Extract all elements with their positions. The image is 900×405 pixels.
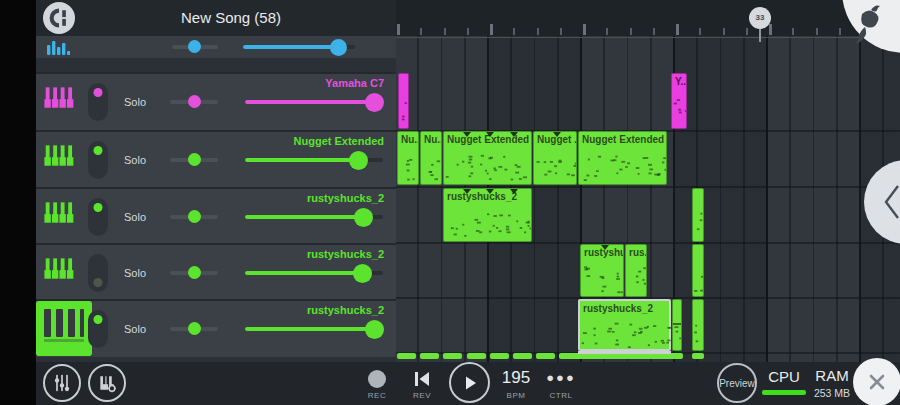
ruler-tick xyxy=(490,24,493,35)
ruler-tick xyxy=(397,24,400,35)
mute-toggle[interactable] xyxy=(88,310,108,348)
fl-studio-logo-button[interactable] xyxy=(838,0,900,54)
mute-toggle[interactable] xyxy=(88,254,108,292)
solo-button[interactable]: Solo xyxy=(124,154,146,166)
playhead-marker[interactable]: 33 xyxy=(749,7,771,29)
ruler-tick xyxy=(537,28,539,35)
solo-button[interactable]: Solo xyxy=(124,96,146,108)
solo-button[interactable]: Solo xyxy=(124,323,146,335)
master-track-row[interactable] xyxy=(36,36,396,58)
mixer-button[interactable] xyxy=(43,364,81,402)
pan-knob[interactable] xyxy=(188,266,201,279)
clip-notes-preview xyxy=(693,245,704,297)
close-icon xyxy=(867,372,887,392)
pattern-clip-partial[interactable] xyxy=(692,353,704,359)
volume-knob[interactable] xyxy=(365,320,384,339)
pattern-clip-partial[interactable] xyxy=(536,353,555,359)
volume-fill xyxy=(245,215,364,219)
app-menu-button[interactable] xyxy=(43,2,75,34)
volume-slider[interactable] xyxy=(245,207,383,227)
pattern-clip[interactable]: Nugget ... xyxy=(533,131,577,185)
pattern-clip-selected[interactable]: rustyshucks_2 xyxy=(578,299,671,351)
pan-knob[interactable] xyxy=(188,322,201,335)
record-button[interactable] xyxy=(368,370,386,388)
clip-notes-preview xyxy=(398,132,419,185)
pattern-clip-partial[interactable] xyxy=(397,353,416,359)
master-volume-knob[interactable] xyxy=(330,39,347,56)
pattern-clip[interactable]: Y... xyxy=(671,73,687,129)
volume-slider[interactable] xyxy=(245,319,383,339)
instrument-icon-selected[interactable] xyxy=(36,301,92,356)
track-row[interactable]: Solorustyshucks_2 xyxy=(36,243,396,301)
pan-slider[interactable] xyxy=(170,322,218,336)
volume-fill xyxy=(245,158,358,162)
pan-knob[interactable] xyxy=(188,210,201,223)
instrument-icon[interactable] xyxy=(44,255,80,291)
track-row[interactable]: SoloYamaha C7 xyxy=(36,72,396,130)
pattern-clip-partial[interactable] xyxy=(513,353,532,359)
volume-slider[interactable] xyxy=(245,263,383,283)
pan-slider[interactable] xyxy=(170,153,218,167)
pattern-clip[interactable]: rustyshucks_2 xyxy=(443,188,532,242)
pattern-clip[interactable] xyxy=(398,73,409,129)
pattern-clip-partial[interactable] xyxy=(443,353,462,359)
ruler-tick xyxy=(769,24,772,35)
volume-slider[interactable] xyxy=(245,92,383,112)
pan-knob[interactable] xyxy=(188,153,201,166)
instrument-icon[interactable] xyxy=(44,84,80,120)
preview-button[interactable]: Preview xyxy=(717,363,757,403)
volume-knob[interactable] xyxy=(349,151,368,170)
volume-knob[interactable] xyxy=(365,93,384,112)
track-row[interactable]: SoloNugget Extended xyxy=(36,130,396,188)
mute-toggle[interactable] xyxy=(88,198,108,236)
volume-slider[interactable] xyxy=(245,150,383,170)
pattern-clip[interactable]: rustyshu... xyxy=(580,244,624,297)
track-name: rustyshucks_2 xyxy=(307,192,384,204)
pattern-clip-partial[interactable] xyxy=(490,353,509,359)
master-pan-slider[interactable] xyxy=(172,40,218,54)
pattern-clip[interactable]: Nu... xyxy=(420,131,442,185)
pattern-clip[interactable] xyxy=(672,299,682,351)
clip-notes-preview xyxy=(581,245,624,297)
volume-knob[interactable] xyxy=(353,264,372,283)
timeline-ruler[interactable] xyxy=(396,0,900,36)
master-volume-slider[interactable] xyxy=(243,37,355,57)
clip-notes-preview xyxy=(693,300,704,351)
song-title[interactable]: New Song (58) xyxy=(86,0,376,36)
solo-button[interactable]: Solo xyxy=(124,267,146,279)
track-row[interactable]: Solorustyshucks_2 xyxy=(36,187,396,245)
pattern-clip[interactable] xyxy=(692,244,704,297)
pan-slider[interactable] xyxy=(170,266,218,280)
pattern-clip-partial[interactable] xyxy=(420,353,439,359)
volume-knob[interactable] xyxy=(354,208,373,227)
mute-toggle[interactable] xyxy=(88,83,108,121)
instrument-icon[interactable] xyxy=(44,142,80,178)
fl-mobile-logo-icon xyxy=(48,7,70,29)
ruler-tick xyxy=(420,28,422,35)
pattern-clip[interactable]: Nugget Extended xyxy=(578,131,667,185)
preview-label: Preview xyxy=(719,378,755,389)
mute-toggle[interactable] xyxy=(88,141,108,179)
master-pan-knob[interactable] xyxy=(188,40,201,53)
pattern-clip-partial[interactable] xyxy=(467,353,486,359)
pan-knob[interactable] xyxy=(188,95,201,108)
play-button[interactable] xyxy=(449,362,490,403)
ruler-tick xyxy=(792,28,794,35)
ctrl-button[interactable]: ●●● xyxy=(537,370,585,385)
pan-slider[interactable] xyxy=(170,95,218,109)
pattern-clip[interactable]: Nu... xyxy=(397,131,419,185)
pattern-clip[interactable] xyxy=(692,299,704,351)
track-row[interactable]: Solorustyshucks_2 xyxy=(36,299,396,357)
close-button[interactable] xyxy=(853,358,900,405)
instrument-icon[interactable] xyxy=(44,199,80,235)
solo-button[interactable]: Solo xyxy=(124,211,146,223)
ruler-tick xyxy=(816,28,818,35)
instrument-settings-button[interactable] xyxy=(88,364,126,402)
pattern-clip[interactable]: rus... xyxy=(625,244,647,297)
rewind-button[interactable] xyxy=(412,369,432,389)
playlist-grid[interactable]: Y...Nu...Nu...Nugget ExtendedNugget ...N… xyxy=(396,36,900,362)
pattern-clip[interactable]: Nugget Extended xyxy=(443,131,532,185)
pattern-clip[interactable] xyxy=(692,188,704,242)
pan-slider[interactable] xyxy=(170,210,218,224)
bpm-value[interactable]: 195 xyxy=(492,368,540,388)
